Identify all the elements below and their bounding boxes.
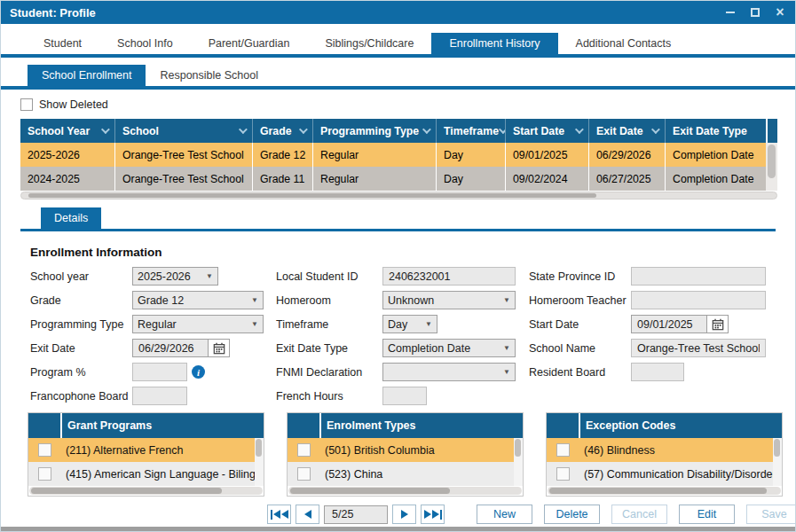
scrollbar-thumb[interactable]	[515, 439, 521, 457]
column-header-school-year[interactable]: School Year	[20, 119, 114, 143]
maximize-icon[interactable]	[749, 6, 761, 19]
info-icon[interactable]: i	[192, 365, 205, 379]
chevron-down-icon[interactable]	[575, 125, 584, 134]
scrollbar-thumb[interactable]	[256, 439, 262, 457]
grant-programs-list: Grant Programs (211) Alternative French …	[28, 412, 264, 497]
tab-parent-guardian[interactable]: Parent/Guardian	[191, 33, 308, 54]
start-date-label: Start Date	[529, 318, 631, 331]
school-name-label: School Name	[529, 342, 631, 355]
item-checkbox[interactable]	[556, 467, 570, 481]
scrollbar-thumb[interactable]	[290, 488, 450, 494]
chevron-down-icon[interactable]	[422, 125, 431, 134]
fnmi-declaration-select[interactable]: ▼	[382, 363, 516, 381]
calendar-icon[interactable]	[209, 339, 230, 357]
local-student-id-field[interactable]	[382, 267, 516, 286]
item-checkbox[interactable]	[38, 467, 51, 481]
grade-value: Grade 12	[138, 294, 248, 307]
last-record-button[interactable]	[421, 505, 445, 524]
exit-date-type-select[interactable]: Completion Date▼	[382, 339, 516, 357]
column-header-start-date[interactable]: Start Date	[505, 119, 588, 143]
list-item[interactable]: (46) Blindness	[547, 438, 782, 462]
first-record-button[interactable]	[267, 505, 291, 524]
scrollbar-thumb[interactable]	[28, 193, 596, 198]
column-header-school[interactable]: School	[114, 119, 252, 143]
chevron-down-icon[interactable]	[101, 125, 110, 134]
french-hours-field[interactable]	[382, 387, 427, 405]
section-heading: Enrollment Information	[30, 246, 162, 259]
tab-enrollment-history[interactable]: Enrollment History	[431, 33, 557, 54]
scrollbar-thumb[interactable]	[774, 439, 780, 457]
francophone-board-field[interactable]	[132, 387, 187, 405]
item-checkbox[interactable]	[38, 443, 51, 457]
table-header-row: School Year School Grade Programming Typ…	[20, 119, 777, 143]
chevron-down-icon[interactable]	[299, 125, 308, 134]
program-pct-label: Program %	[30, 366, 132, 379]
program-pct-field[interactable]	[132, 363, 187, 381]
column-header-grade[interactable]: Grade	[252, 119, 312, 143]
state-province-id-field[interactable]	[631, 267, 766, 286]
item-checkbox[interactable]	[297, 443, 311, 457]
exception-codes-list: Exception Codes (46) Blindness (57) Comm…	[546, 412, 783, 497]
minimize-icon[interactable]	[724, 6, 737, 19]
column-header-exit-date-type[interactable]: Exit Date Type	[665, 119, 766, 143]
record-position-input[interactable]	[324, 505, 388, 524]
new-button[interactable]: New	[477, 505, 532, 524]
list-item[interactable]: (501) British Columbia	[288, 438, 523, 462]
enrollment-table: School Year School Grade Programming Typ…	[20, 119, 777, 200]
column-header-label: Grade	[260, 125, 292, 137]
start-date-value: 09/01/2025	[637, 318, 693, 331]
cancel-button[interactable]: Cancel	[611, 505, 667, 524]
homeroom-teacher-field[interactable]	[631, 291, 766, 309]
save-button[interactable]: Save	[746, 505, 796, 524]
cell-exit-date-type: Completion Date	[665, 167, 766, 191]
chevron-down-icon[interactable]	[651, 125, 660, 134]
list-item[interactable]: (211) Alternative French	[28, 438, 264, 462]
school-name-field[interactable]	[631, 339, 766, 357]
timeframe-select[interactable]: Day▼	[382, 315, 437, 333]
next-record-button[interactable]	[392, 505, 416, 524]
column-header-exit-date[interactable]: Exit Date	[588, 119, 665, 143]
item-checkbox[interactable]	[297, 467, 311, 481]
programming-type-select[interactable]: Regular▼	[132, 315, 264, 333]
exit-date-field[interactable]: 06/29/2026	[132, 339, 209, 357]
start-date-field[interactable]: 09/01/2025	[631, 315, 707, 333]
tab-student[interactable]: Student	[26, 33, 99, 54]
list-item-label: (523) China	[319, 462, 514, 486]
tab-siblings-childcare[interactable]: Siblings/Childcare	[307, 33, 431, 54]
list-item[interactable]: (523) China	[288, 462, 523, 486]
list-header: Grant Programs	[28, 413, 264, 438]
item-checkbox[interactable]	[556, 443, 570, 457]
tab-additional-contacts[interactable]: Additional Contacts	[558, 33, 690, 54]
column-header-timeframe[interactable]: Timeframe	[436, 119, 505, 143]
tab-school-info[interactable]: School Info	[99, 33, 191, 54]
list-title: Exception Codes	[579, 413, 773, 438]
list-title: Grant Programs	[60, 413, 255, 438]
previous-record-button[interactable]	[296, 505, 319, 524]
grade-select[interactable]: Grade 12▼	[132, 291, 264, 309]
table-row[interactable]: 2025-2026 Orange-Tree Test School Grade …	[20, 143, 766, 167]
scrollbar-thumb[interactable]	[768, 145, 776, 178]
edit-button[interactable]: Edit	[679, 505, 735, 524]
delete-button[interactable]: Delete	[544, 505, 600, 524]
scrollbar-thumb[interactable]	[549, 488, 767, 494]
chevron-down-icon[interactable]	[239, 125, 248, 134]
chevron-down-icon[interactable]	[499, 125, 505, 134]
resident-board-field[interactable]	[631, 363, 684, 381]
subtab-school-enrollment[interactable]: School Enrollment	[28, 65, 146, 86]
tab-details[interactable]: Details	[41, 207, 101, 229]
list-item[interactable]: (415) American Sign Language - Bilingual	[28, 462, 264, 486]
chevron-down-icon: ▼	[425, 320, 432, 328]
chevron-down-icon: ▼	[251, 320, 258, 328]
subtab-responsible-school[interactable]: Responsible School	[146, 65, 272, 86]
scrollbar-thumb[interactable]	[31, 488, 222, 494]
list-item[interactable]: (57) Communication Disability/Disorder	[547, 462, 782, 486]
table-row[interactable]: 2024-2025 Orange-Tree Test School Grade …	[20, 167, 766, 191]
column-header-programming-type[interactable]: Programming Type	[312, 119, 436, 143]
homeroom-select[interactable]: Unknown▼	[382, 291, 516, 309]
close-icon[interactable]: ×	[774, 6, 786, 19]
show-deleted-checkbox[interactable]	[20, 98, 33, 111]
resident-board-label: Resident Board	[529, 366, 631, 379]
cell-grade: Grade 11	[252, 167, 312, 191]
school-year-select[interactable]: 2025-2026▼	[132, 267, 218, 286]
calendar-icon[interactable]	[707, 315, 729, 333]
